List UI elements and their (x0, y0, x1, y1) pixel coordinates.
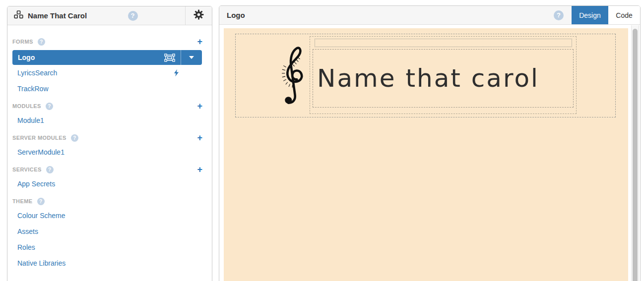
app-title: Name That Carol (28, 11, 87, 20)
section-header-services: SERVICES ? + (7, 163, 212, 176)
add-service-button[interactable]: + (197, 165, 202, 174)
editor-form-title: Logo (227, 11, 245, 19)
column-panel-outline[interactable]: Name that carol (310, 36, 577, 114)
sidebar-item-label: TrackRow (17, 85, 49, 93)
sidebar-item-label: ServerModule1 (17, 148, 64, 156)
help-icon[interactable]: ? (46, 103, 53, 110)
sidebar-item-logo[interactable]: Logo (12, 50, 202, 65)
logo-label[interactable]: Name that carol (313, 49, 574, 108)
section-label: FORMS (12, 39, 33, 45)
tab-code[interactable]: Code (608, 6, 640, 24)
design-canvas[interactable]: Name that carol (224, 28, 628, 281)
section-label: THEME (12, 198, 33, 204)
sidebar-item-label: Native Libraries (17, 259, 65, 267)
section-label: MODULES (12, 103, 41, 109)
editor-panel: Logo ? Design Code (219, 5, 641, 281)
help-icon[interactable]: ? (37, 198, 45, 205)
object-group-icon (164, 54, 175, 62)
tab-design[interactable]: Design (572, 6, 608, 24)
help-icon[interactable]: ? (128, 11, 138, 21)
sidebar-item-colour-scheme[interactable]: Colour Scheme (7, 208, 212, 224)
sidebar-item-label: Colour Scheme (17, 212, 65, 220)
app-header: Name That Carol ? (7, 6, 212, 25)
app-settings-button[interactable] (185, 6, 212, 25)
section-label: SERVER MODULES (12, 135, 66, 141)
sidebar-item-label: LyricsSearch (17, 69, 57, 77)
sidebar-item-label: Module1 (17, 116, 44, 124)
section-header-theme: THEME ? (7, 195, 212, 208)
add-module-button[interactable]: + (197, 102, 202, 111)
help-icon[interactable]: ? (46, 166, 54, 173)
spacer-outline[interactable] (315, 39, 572, 47)
bolt-icon (174, 69, 179, 77)
sidebar-item-roles[interactable]: Roles (7, 239, 212, 255)
app-browser-body: FORMS ? + Logo (7, 25, 212, 271)
chevron-down-icon (189, 56, 194, 59)
treble-clef-image[interactable] (280, 44, 304, 106)
sidebar-item-app-secrets[interactable]: App Secrets (7, 176, 212, 192)
scrollbar[interactable] (631, 25, 639, 281)
sidebar-item-assets[interactable]: Assets (7, 224, 212, 239)
form-actions-dropdown-button[interactable] (181, 50, 202, 65)
scrollbar-thumb[interactable] (633, 29, 638, 281)
sidebar-item-trackrow[interactable]: TrackRow (7, 81, 212, 97)
add-server-module-button[interactable]: + (197, 133, 202, 142)
form-container-outline[interactable]: Name that carol (235, 34, 616, 117)
app-browser-panel: Name That Carol ? (7, 6, 212, 281)
section-header-modules: MODULES ? + (7, 100, 212, 112)
cubes-icon (14, 10, 23, 21)
sidebar-item-module1[interactable]: Module1 (7, 112, 212, 128)
sidebar-item-label: Assets (17, 227, 38, 235)
editor-header: Logo ? Design Code (219, 6, 640, 25)
help-icon[interactable]: ? (554, 10, 564, 20)
sidebar-item-servermodule1[interactable]: ServerModule1 (7, 144, 212, 160)
gear-icon (193, 9, 204, 22)
sidebar-item-label: App Secrets (17, 180, 55, 188)
section-label: SERVICES (12, 167, 42, 172)
sidebar-item-native-libraries[interactable]: Native Libraries (7, 255, 212, 271)
section-header-server-modules: SERVER MODULES ? + (7, 131, 212, 144)
logo-label-text: Name that carol (313, 64, 539, 93)
help-icon[interactable]: ? (38, 38, 45, 46)
sidebar-item-label: Roles (17, 243, 35, 251)
section-header-forms: FORMS ? + (7, 35, 212, 48)
help-icon[interactable]: ? (71, 134, 78, 142)
sidebar-item-label: Logo (12, 54, 35, 61)
add-form-button[interactable]: + (197, 37, 202, 46)
sidebar-item-lyricssearch[interactable]: LyricsSearch (7, 65, 212, 81)
app-header-left: Name That Carol (7, 10, 87, 21)
